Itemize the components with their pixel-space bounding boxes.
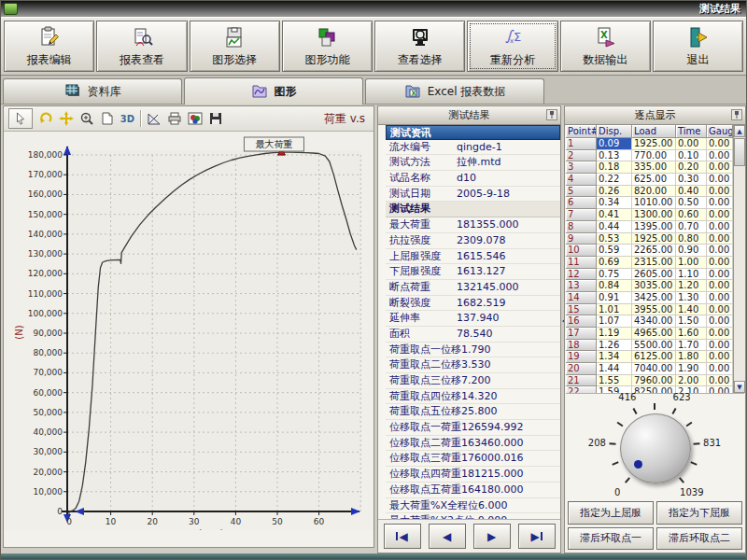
row-number-cell[interactable]: 7 (566, 209, 597, 221)
pin-icon[interactable] (546, 109, 557, 120)
row-number-cell[interactable]: 20 (566, 363, 597, 375)
row-number-cell[interactable]: 3 (566, 161, 597, 174)
data-cell[interactable]: 1.55 (597, 375, 632, 387)
table-row[interactable]: 10.091925.000.000.00 (566, 138, 733, 150)
table-row[interactable]: 171.194965.001.600.00 (566, 328, 733, 340)
data-cell[interactable]: 3955.00 (632, 304, 676, 316)
data-cell[interactable]: 0.00 (707, 174, 733, 186)
column-header-time[interactable]: Time (676, 125, 707, 138)
table-row[interactable]: 60.341010.000.500.00 (566, 197, 733, 209)
result-row[interactable]: 荷重取点三位移7.200 (386, 373, 560, 389)
result-row[interactable]: 荷重取点二位移3.530 (386, 357, 560, 373)
data-cell[interactable]: 1010.00 (632, 197, 676, 209)
row-number-cell[interactable]: 17 (566, 328, 597, 340)
data-cell[interactable]: 1.34 (597, 351, 632, 363)
toolbar-button-8[interactable]: 退出 (653, 21, 743, 72)
rotate-icon[interactable] (37, 111, 53, 127)
result-row[interactable]: 试品名称d10 (386, 171, 560, 187)
row-number-cell[interactable]: 1 (566, 138, 597, 150)
data-cell[interactable]: 1.50 (676, 315, 707, 328)
toolbar-button-6[interactable]: ∫xΣ重新分析 (467, 21, 557, 72)
data-cell[interactable]: 0.50 (676, 197, 707, 209)
result-row[interactable]: 测试日期2005-9-18 (386, 187, 560, 203)
data-cell[interactable]: 7960.00 (632, 375, 676, 387)
results-list[interactable]: 测试资讯流水编号qingde-1测试方法拉伸.mtd试品名称d10测试日期200… (378, 125, 560, 521)
data-cell[interactable]: 0.40 (676, 186, 707, 198)
data-cell[interactable]: 0.84 (597, 280, 632, 292)
table-row[interactable]: 120.752605.001.100.00 (566, 269, 733, 281)
scroll-down-icon[interactable]: ▼ (734, 381, 745, 393)
table-scrollbar[interactable]: ▲ ▼ (733, 125, 745, 393)
row-number-cell[interactable]: 9 (566, 233, 597, 245)
toolbar-button-4[interactable]: 图形功能 (282, 21, 373, 72)
data-cell[interactable]: 0.00 (707, 257, 733, 269)
column-header-gauge[interactable]: Gauge (707, 125, 733, 138)
row-number-cell[interactable]: 18 (566, 340, 597, 352)
tab-2[interactable]: 图形 (184, 77, 363, 105)
data-cell[interactable]: 2605.00 (632, 269, 676, 281)
toolbar-button-2[interactable]: 报表查看 (96, 21, 187, 72)
data-cell[interactable]: 0.00 (707, 375, 733, 387)
data-cell[interactable]: 4340.00 (632, 315, 676, 328)
data-cell[interactable]: 0.22 (597, 174, 632, 186)
data-cell[interactable]: 0.09 (597, 138, 632, 150)
image-export-icon[interactable] (187, 111, 203, 127)
data-cell[interactable]: 5500.00 (632, 340, 676, 352)
data-cell[interactable]: 3035.00 (632, 280, 676, 292)
data-cell[interactable]: 0.00 (707, 328, 733, 340)
data-cell[interactable]: 0.69 (597, 257, 632, 269)
data-cell[interactable]: 0.00 (707, 304, 733, 316)
data-cell[interactable]: 0.00 (707, 269, 733, 281)
data-cell[interactable]: 0.26 (597, 186, 632, 198)
table-row[interactable]: 211.557960.002.000.00 (566, 375, 733, 387)
data-cell[interactable]: 1.90 (676, 363, 707, 375)
nav-prev-button[interactable]: ◀ (429, 524, 466, 549)
column-header-disp[interactable]: Disp. (597, 125, 632, 138)
data-cell[interactable]: 1.01 (597, 304, 632, 316)
chart-area[interactable]: 10,00020,00030,00040,00050,00060,00070,0… (4, 132, 374, 530)
data-cell[interactable]: 0.00 (707, 150, 733, 162)
toolbar-button-3[interactable]: 图形选择 (190, 21, 280, 72)
data-cell[interactable]: 0.91 (597, 292, 632, 304)
data-cell[interactable]: 0.90 (676, 245, 707, 257)
data-cell[interactable]: 0.00 (707, 186, 733, 198)
row-number-cell[interactable]: 15 (566, 304, 597, 316)
table-row[interactable]: 40.22625.000.300.00 (566, 174, 733, 186)
save-icon[interactable] (207, 111, 223, 127)
data-cell[interactable]: 0.00 (707, 197, 733, 209)
table-row[interactable]: 161.074340.001.500.00 (566, 315, 733, 328)
table-row[interactable]: 70.411300.000.600.00 (566, 209, 733, 221)
data-cell[interactable]: 1.19 (597, 328, 632, 340)
toolbar-button-1[interactable]: 报表编辑 (4, 21, 94, 72)
row-number-cell[interactable]: 11 (566, 257, 597, 269)
result-row[interactable]: 荷重取点五位移25.800 (386, 404, 560, 420)
data-cell[interactable]: 820.00 (632, 186, 676, 198)
row-number-cell[interactable]: 4 (566, 174, 597, 186)
data-cell[interactable]: 335.00 (632, 161, 676, 174)
toolbar-button-7[interactable]: X数据输出 (560, 21, 651, 72)
point-action-button-2[interactable]: 指定为下屈服 (656, 501, 742, 525)
data-cell[interactable]: 1395.00 (632, 221, 676, 233)
scroll-up-icon[interactable]: ▲ (734, 125, 745, 137)
data-cell[interactable]: 0.70 (676, 221, 707, 233)
data-cell[interactable]: 0.34 (597, 197, 632, 209)
data-cell[interactable]: 1.30 (676, 292, 707, 304)
nav-last-button[interactable]: ▶ (518, 524, 556, 549)
data-cell[interactable]: 1300.00 (632, 209, 676, 221)
result-row[interactable]: 最大荷重%X全程位6.000 (386, 498, 560, 514)
result-row[interactable]: 延伸率137.940 (386, 311, 560, 327)
table-row[interactable]: 201.447040.001.900.00 (566, 363, 733, 375)
row-number-cell[interactable]: 8 (566, 221, 597, 233)
data-cell[interactable]: 1.44 (597, 363, 632, 375)
tab-1[interactable]: 资料库 (3, 78, 182, 104)
toolbar-button-5[interactable]: 查看选择 (374, 21, 465, 72)
result-row[interactable]: 位移取点四荷重181215.000 (386, 467, 560, 483)
result-row[interactable]: 位移取点一荷重126594.992 (386, 420, 560, 436)
print-icon[interactable] (166, 111, 182, 127)
nav-first-button[interactable]: ◀ (384, 524, 421, 549)
row-number-cell[interactable]: 21 (566, 375, 597, 387)
data-cell[interactable]: 2315.00 (632, 257, 676, 269)
row-number-cell[interactable]: 16 (566, 315, 597, 328)
data-cell[interactable]: 0.60 (676, 209, 707, 221)
data-cell[interactable]: 1.20 (676, 280, 707, 292)
